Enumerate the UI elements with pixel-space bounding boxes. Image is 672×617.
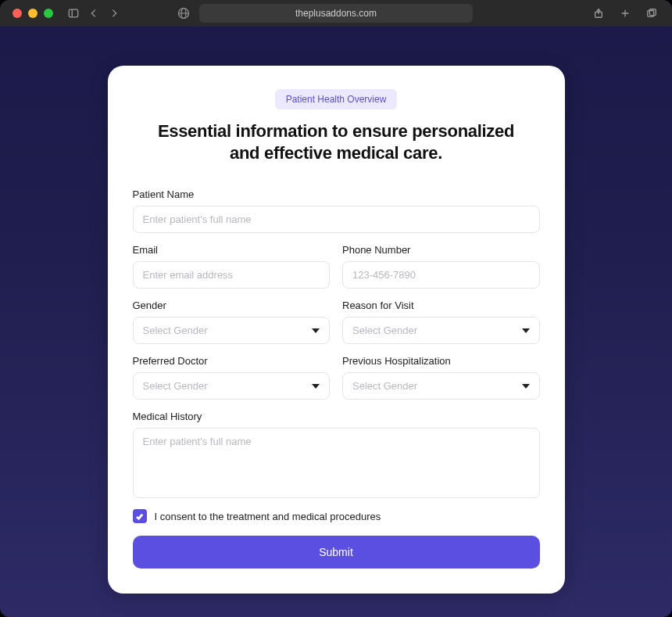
minimize-window-button[interactable] [28, 9, 38, 18]
chevron-down-icon [522, 384, 530, 389]
svg-rect-0 [69, 9, 77, 17]
back-button[interactable] [86, 5, 102, 21]
maximize-window-button[interactable] [44, 9, 53, 18]
check-icon [135, 512, 144, 521]
patient-name-input[interactable] [133, 206, 540, 233]
close-window-button[interactable] [13, 9, 22, 18]
doctor-select-value: Select Gender [143, 380, 208, 392]
consent-label: I consent to the treatment and medical p… [155, 511, 381, 522]
sidebar-toggle-icon[interactable] [66, 5, 81, 21]
browser-window: theplusaddons.com Patient Health Overvie… [0, 0, 672, 617]
gender-select-value: Select Gender [143, 325, 208, 336]
email-label: Email [133, 244, 331, 256]
share-icon[interactable] [591, 5, 606, 21]
form-headline: Essential information to ensure personal… [133, 120, 540, 165]
chevron-down-icon [312, 328, 320, 333]
patient-name-label: Patient Name [133, 188, 540, 200]
reason-select[interactable]: Select Gender [342, 317, 540, 344]
gender-label: Gender [133, 300, 331, 311]
globe-icon [177, 7, 190, 20]
doctor-label: Preferred Doctor [133, 355, 331, 367]
chevron-down-icon [312, 384, 320, 389]
reason-label: Reason for Visit [342, 300, 540, 311]
traffic-lights [13, 9, 53, 18]
tabs-overview-icon[interactable] [644, 5, 659, 21]
consent-checkbox[interactable] [133, 509, 147, 523]
phone-input[interactable] [342, 261, 540, 289]
address-bar-text: theplusaddons.com [295, 8, 377, 19]
hospitalization-select-value: Select Gender [352, 380, 417, 392]
reason-select-value: Select Gender [352, 325, 417, 336]
history-label: Medical History [133, 411, 540, 422]
titlebar: theplusaddons.com [0, 0, 672, 27]
gender-select[interactable]: Select Gender [133, 317, 331, 344]
hospitalization-label: Previous Hospitalization [342, 355, 540, 367]
page-content: Patient Health Overview Essential inform… [0, 27, 672, 617]
hospitalization-select[interactable]: Select Gender [342, 372, 540, 400]
forward-button[interactable] [106, 5, 122, 21]
history-textarea[interactable] [133, 428, 540, 498]
chevron-down-icon [522, 328, 530, 333]
email-input[interactable] [133, 261, 331, 289]
new-tab-icon[interactable] [617, 5, 633, 21]
address-bar[interactable]: theplusaddons.com [199, 4, 473, 23]
doctor-select[interactable]: Select Gender [133, 372, 331, 400]
submit-button[interactable]: Submit [133, 536, 540, 569]
form-badge: Patient Health Overview [275, 89, 398, 109]
form-card: Patient Health Overview Essential inform… [108, 66, 565, 594]
phone-label: Phone Number [342, 244, 540, 256]
